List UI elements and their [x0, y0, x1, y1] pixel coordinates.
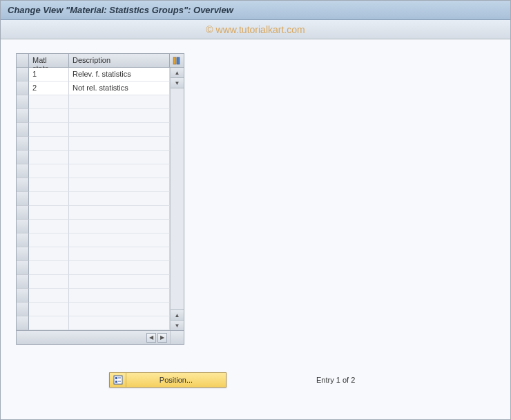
- table-grid: Matl stats Description 1Relev. f. statis…: [16, 53, 184, 345]
- row-selector[interactable]: [17, 247, 29, 261]
- cell-description[interactable]: Relev. f. statistics: [69, 68, 170, 82]
- vertical-scrollbar[interactable]: ▲ ▼ ▲ ▼: [170, 68, 184, 330]
- row-selector[interactable]: [17, 289, 29, 303]
- cell-description[interactable]: [69, 123, 170, 137]
- cell-description[interactable]: [69, 206, 170, 220]
- row-selector[interactable]: [17, 68, 29, 82]
- table-row: [17, 192, 170, 206]
- bottom-action-bar: Position... Entry 1 of 2: [16, 372, 495, 388]
- row-selector[interactable]: [17, 303, 29, 316]
- cell-description[interactable]: [69, 261, 170, 275]
- row-selector[interactable]: [17, 192, 29, 206]
- cell-matl-stats[interactable]: [29, 109, 69, 123]
- row-selector[interactable]: [17, 206, 29, 220]
- cell-description[interactable]: [69, 233, 170, 247]
- table-rows-area: 1Relev. f. statistics2Not rel. statistic…: [17, 68, 170, 330]
- table-row: [17, 164, 170, 178]
- row-selector[interactable]: [17, 137, 29, 151]
- cell-matl-stats[interactable]: [29, 233, 69, 247]
- row-selector[interactable]: [17, 109, 29, 123]
- svg-rect-2: [114, 376, 122, 384]
- table-body: 1Relev. f. statistics2Not rel. statistic…: [17, 68, 184, 330]
- cell-matl-stats[interactable]: [29, 303, 69, 316]
- table-row: [17, 247, 170, 261]
- row-selector[interactable]: [17, 275, 29, 289]
- row-selector[interactable]: [17, 261, 29, 275]
- table-row: 1Relev. f. statistics: [17, 68, 170, 82]
- cell-description[interactable]: [69, 220, 170, 233]
- cell-matl-stats[interactable]: [29, 137, 69, 151]
- row-selector[interactable]: [17, 123, 29, 137]
- cell-description[interactable]: [69, 192, 170, 206]
- table-row: 2Not rel. statistics: [17, 82, 170, 95]
- cell-matl-stats[interactable]: [29, 151, 69, 164]
- scroll-left-arrow-icon[interactable]: ◀: [146, 333, 156, 343]
- cell-description[interactable]: [69, 137, 170, 151]
- cell-matl-stats[interactable]: [29, 261, 69, 275]
- table-row: [17, 261, 170, 275]
- sap-window: Change View "Material: Statistics Groups…: [0, 0, 511, 420]
- scrollbar-corner: [170, 331, 184, 344]
- position-button[interactable]: Position...: [109, 372, 226, 388]
- table-row: [17, 109, 170, 123]
- window-titlebar: Change View "Material: Statistics Groups…: [1, 1, 510, 20]
- table-row: [17, 233, 170, 247]
- scroll-down-arrow-icon[interactable]: ▼: [171, 320, 184, 330]
- row-selector[interactable]: [17, 220, 29, 233]
- row-selector[interactable]: [17, 95, 29, 109]
- cell-description[interactable]: [69, 151, 170, 164]
- cell-matl-stats[interactable]: [29, 178, 69, 192]
- table-settings-icon: [173, 57, 181, 65]
- row-selector[interactable]: [17, 164, 29, 178]
- cell-matl-stats[interactable]: [29, 95, 69, 109]
- row-selector[interactable]: [17, 82, 29, 95]
- cell-description[interactable]: [69, 303, 170, 316]
- cell-description[interactable]: [69, 95, 170, 109]
- table-row: [17, 220, 170, 233]
- table-footer: ◀ ▶: [17, 330, 184, 344]
- row-selector[interactable]: [17, 233, 29, 247]
- cell-matl-stats[interactable]: [29, 289, 69, 303]
- watermark-text: © www.tutorialkart.com: [206, 24, 305, 35]
- row-selector-header[interactable]: [17, 54, 29, 67]
- row-selector[interactable]: [17, 151, 29, 164]
- scroll-up-step-icon[interactable]: ▲: [171, 309, 184, 320]
- cell-description[interactable]: [69, 247, 170, 261]
- column-header-description[interactable]: Description: [69, 54, 170, 67]
- cell-description[interactable]: [69, 275, 170, 289]
- cell-description[interactable]: [69, 164, 170, 178]
- cell-matl-stats[interactable]: [29, 275, 69, 289]
- cell-matl-stats[interactable]: [29, 192, 69, 206]
- cell-matl-stats[interactable]: [29, 123, 69, 137]
- table-row: [17, 95, 170, 109]
- svg-rect-1: [177, 57, 180, 64]
- cell-matl-stats[interactable]: 2: [29, 82, 69, 95]
- scroll-up-arrow-icon[interactable]: ▲: [171, 68, 184, 78]
- row-selector[interactable]: [17, 316, 29, 330]
- cell-description[interactable]: Not rel. statistics: [69, 82, 170, 95]
- scroll-down-step-icon[interactable]: ▼: [171, 78, 184, 88]
- cell-matl-stats[interactable]: [29, 206, 69, 220]
- position-button-label: Position...: [126, 376, 226, 384]
- table-config-button[interactable]: [170, 54, 184, 67]
- svg-rect-3: [115, 377, 117, 379]
- cell-description[interactable]: [69, 316, 170, 330]
- cell-matl-stats[interactable]: [29, 247, 69, 261]
- application-toolbar: © www.tutorialkart.com: [1, 20, 510, 39]
- scroll-right-arrow-icon[interactable]: ▶: [157, 333, 167, 343]
- cell-matl-stats[interactable]: [29, 316, 69, 330]
- table-row: [17, 289, 170, 303]
- cell-matl-stats[interactable]: 1: [29, 68, 69, 82]
- content-area: Matl stats Description 1Relev. f. statis…: [1, 39, 510, 401]
- horizontal-scrollbar[interactable]: ◀ ▶: [29, 333, 170, 343]
- cell-matl-stats[interactable]: [29, 220, 69, 233]
- table-row: [17, 178, 170, 192]
- cell-description[interactable]: [69, 109, 170, 123]
- cell-description[interactable]: [69, 289, 170, 303]
- table-row: [17, 137, 170, 151]
- row-selector[interactable]: [17, 178, 29, 192]
- column-header-matl-stats[interactable]: Matl stats: [29, 54, 69, 67]
- table-row: [17, 303, 170, 316]
- cell-description[interactable]: [69, 178, 170, 192]
- cell-matl-stats[interactable]: [29, 164, 69, 178]
